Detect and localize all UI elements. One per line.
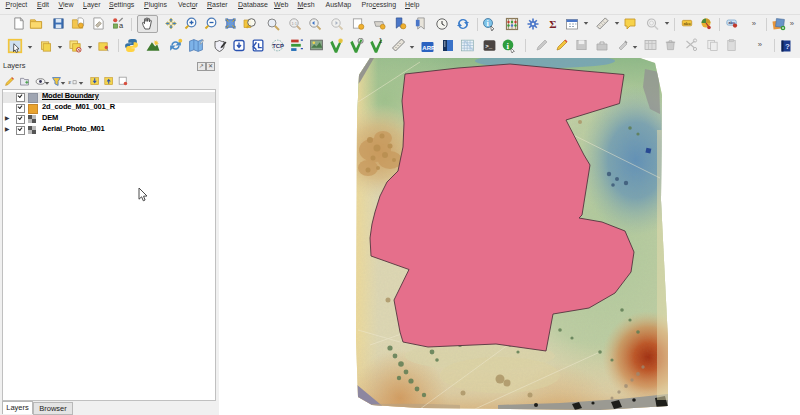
svg-text:ARR: ARR — [422, 45, 435, 51]
svg-text:»: » — [752, 19, 756, 28]
svg-text:1: 1 — [379, 38, 383, 44]
svg-text:»: » — [790, 19, 794, 28]
svg-text:1:1: 1:1 — [292, 21, 298, 26]
svg-text:TCP: TCP — [272, 43, 284, 49]
svg-text:Σ: Σ — [549, 18, 556, 30]
svg-text:a: a — [119, 21, 124, 30]
svg-text:»: » — [758, 40, 762, 49]
svg-text:>_: >_ — [485, 43, 493, 50]
svg-text:?: ? — [785, 42, 790, 51]
svg-text:abc: abc — [683, 21, 691, 26]
svg-text:ε: ε — [68, 78, 71, 86]
